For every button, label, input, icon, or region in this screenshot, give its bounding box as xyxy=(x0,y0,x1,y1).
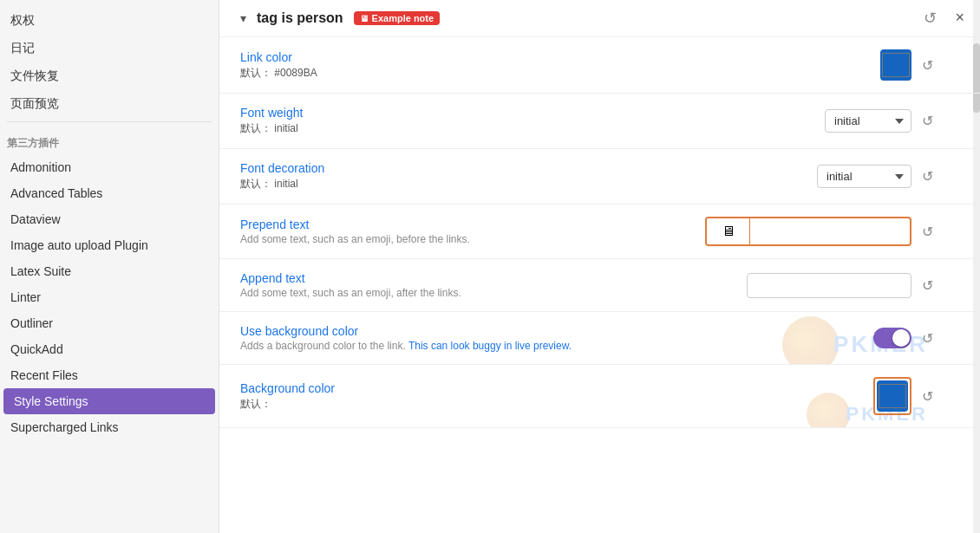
prepend-label-group: Prepend text Add some text, such as an e… xyxy=(240,218,695,245)
sidebar-item-image-auto-upload[interactable]: Image auto upload Plugin xyxy=(0,232,219,258)
sidebar-item-admonition[interactable]: Admonition xyxy=(0,154,219,180)
append-description: Add some text, such as an emoji, after t… xyxy=(240,287,736,299)
tag-reset-button[interactable]: ↺ xyxy=(924,9,937,28)
font-weight-dropdown[interactable]: initial normal bold xyxy=(825,109,911,133)
append-input[interactable] xyxy=(747,273,911,298)
sidebar-top-section: 权权 日记 文件恢复 页面预览 xyxy=(0,0,219,118)
bg-color-label-group: Background color 默认： xyxy=(240,381,863,412)
font-decoration-row: Font decoration 默认： initial initial none… xyxy=(219,149,980,205)
use-bg-reset-button[interactable]: ↺ xyxy=(918,327,937,350)
font-decoration-label: Font decoration xyxy=(240,161,807,175)
link-color-label-group: Link color 默认： #0089BA xyxy=(240,50,870,81)
link-color-default: 默认： #0089BA xyxy=(240,66,870,81)
font-weight-label-group: Font weight 默认： initial xyxy=(240,106,814,136)
use-bg-toggle[interactable] xyxy=(873,328,911,348)
sidebar-item-quickadd[interactable]: QuickAdd xyxy=(0,336,219,362)
prepend-reset-button[interactable]: ↺ xyxy=(918,220,937,244)
use-bg-label: Use background color xyxy=(240,324,863,338)
link-color-control: ↺ xyxy=(880,49,937,81)
bg-color-control: ↺ xyxy=(873,377,937,415)
prepend-label: Prepend text xyxy=(240,218,695,231)
prepend-input[interactable] xyxy=(750,220,910,244)
append-label: Append text xyxy=(240,271,736,285)
append-control: ↺ xyxy=(747,273,937,298)
tag-chevron-icon[interactable]: ▾ xyxy=(240,11,246,25)
font-weight-row: Font weight 默认： initial initial normal b… xyxy=(219,94,980,149)
font-decoration-control: initial none underline line-through ↺ xyxy=(817,165,937,188)
font-weight-reset-button[interactable]: ↺ xyxy=(918,109,937,133)
bg-color-reset-button[interactable]: ↺ xyxy=(918,385,937,408)
prepend-description: Add some text, such as an emoji, before … xyxy=(240,233,695,245)
use-bg-description: Adds a background color to the link. Thi… xyxy=(240,340,863,352)
sidebar-item-dataview[interactable]: Dataview xyxy=(0,206,219,232)
font-weight-default: 默认： initial xyxy=(240,121,814,136)
close-button[interactable]: × xyxy=(950,7,970,29)
link-color-row: Link color 默认： #0089BA ↺ xyxy=(219,37,980,94)
sidebar-item-page-preview[interactable]: 页面预览 xyxy=(0,90,219,118)
sidebar-item-recent-files[interactable]: Recent Files xyxy=(0,362,219,388)
use-bg-control: ↺ xyxy=(873,327,937,350)
bg-color-swatch[interactable] xyxy=(877,380,908,412)
sidebar-item-latex-suite[interactable]: Latex Suite xyxy=(0,258,219,284)
sidebar-item-outliner[interactable]: Outliner xyxy=(0,310,219,336)
prepend-preview: 🖥 xyxy=(707,218,750,244)
link-color-reset-button[interactable]: ↺ xyxy=(918,54,937,77)
sidebar-item-diary[interactable]: 日记 xyxy=(0,35,219,62)
tag-header: ▾ tag is person 🖥 Example note ↺ xyxy=(219,0,980,37)
font-decoration-dropdown[interactable]: initial none underline line-through xyxy=(817,165,911,188)
sidebar: 权权 日记 文件恢复 页面预览 第三方插件 Admonition Advance… xyxy=(0,0,219,533)
font-weight-control: initial normal bold ↺ xyxy=(825,109,937,133)
bg-color-swatch-wrap xyxy=(873,377,911,415)
sidebar-item-linter[interactable]: Linter xyxy=(0,284,219,310)
prepend-text-row: Prepend text Add some text, such as an e… xyxy=(219,205,980,259)
use-bg-label-group: Use background color Adds a background c… xyxy=(240,324,863,352)
sidebar-item-style-settings[interactable]: Style Settings xyxy=(3,388,215,414)
font-decoration-default: 默认： initial xyxy=(240,177,807,192)
badge-icon: 🖥 xyxy=(360,14,369,23)
sidebar-item-file-recovery[interactable]: 文件恢复 xyxy=(0,62,219,90)
font-decoration-label-group: Font decoration 默认： initial xyxy=(240,161,807,192)
background-color-row: PKMER Background color 默认： ↺ xyxy=(219,365,980,428)
sidebar-section-label: 第三方插件 xyxy=(0,129,219,154)
sidebar-item-advanced-tables[interactable]: Advanced Tables xyxy=(0,180,219,206)
sidebar-divider xyxy=(7,121,212,122)
link-color-swatch[interactable] xyxy=(880,49,911,81)
bg-color-default: 默认： xyxy=(240,397,863,412)
font-decoration-reset-button[interactable]: ↺ xyxy=(918,165,937,188)
link-color-label: Link color xyxy=(240,50,870,64)
main-content: × ▾ tag is person 🖥 Example note ↺ Link … xyxy=(219,0,980,533)
font-weight-label: Font weight xyxy=(240,106,814,120)
use-background-color-row: PKMER Use background color Adds a backgr… xyxy=(219,312,980,365)
sidebar-item-supercharged-links[interactable]: Supercharged Links xyxy=(0,414,219,440)
badge-text: Example note xyxy=(372,13,434,23)
append-label-group: Append text Add some text, such as an em… xyxy=(240,271,736,299)
bg-color-label: Background color xyxy=(240,381,863,395)
tag-title: tag is person xyxy=(257,10,343,26)
prepend-control: 🖥 ↺ xyxy=(705,217,937,246)
append-text-row: Append text Add some text, such as an em… xyxy=(219,259,980,312)
tag-badge: 🖥 Example note xyxy=(354,11,441,25)
sidebar-item-quanquan[interactable]: 权权 xyxy=(0,7,219,35)
append-reset-button[interactable]: ↺ xyxy=(918,274,937,297)
prepend-icon: 🖥 xyxy=(722,224,735,239)
prepend-container: 🖥 xyxy=(705,217,911,246)
